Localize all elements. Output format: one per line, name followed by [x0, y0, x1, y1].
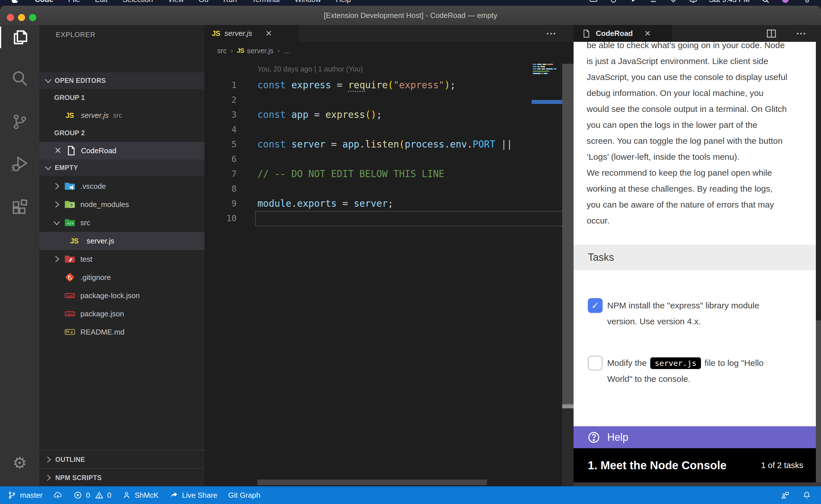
code-line-3[interactable]: const app = express(); [258, 107, 382, 122]
menu-item-terminal[interactable]: Terminal [252, 0, 280, 4]
menu-item-window[interactable]: Window [295, 0, 321, 4]
menu-item-go[interactable]: Go [199, 0, 209, 4]
close-icon[interactable]: ✕ [53, 146, 63, 155]
minimap[interactable] [532, 64, 562, 149]
open-editor-item-CodeRoad[interactable]: ✕CodeRoad [39, 142, 204, 159]
tree-item-test[interactable]: test [39, 250, 204, 268]
tree-item-label: src [80, 218, 90, 227]
webview-scrollbar-thumb[interactable] [816, 42, 821, 320]
breadcrumb-item-server-js[interactable]: JSserver.js [237, 47, 273, 55]
control-center-icon[interactable] [801, 0, 810, 4]
svg-text:npm: npm [66, 294, 73, 298]
tab-close-icon[interactable]: ✕ [266, 29, 272, 38]
code-line-7[interactable]: // -- DO NOT EDIT BELOW THIS LINE [258, 167, 444, 181]
tree-item-src[interactable]: </>src [39, 214, 204, 232]
menu-clock[interactable]: Sat 9:43 PM [709, 0, 750, 4]
play-icon[interactable] [629, 0, 638, 4]
breadcrumb[interactable]: src›JSserver.js›… [204, 42, 291, 60]
minimap-line [533, 64, 553, 65]
menu-item-file[interactable]: File [68, 0, 80, 4]
status-live-share[interactable]: Live Share [169, 491, 217, 500]
lesson-footer[interactable]: 1. Meet the Node Console 1 of 2 tasks [573, 448, 816, 482]
split-editor-icon[interactable] [765, 28, 778, 39]
menu-item-view[interactable]: View [168, 0, 184, 4]
editor-scrollbar-thumb[interactable] [562, 404, 573, 408]
task-checkbox-checked[interactable]: ✓ [588, 298, 602, 313]
eject-icon[interactable] [649, 0, 658, 4]
section-outline[interactable]: OUTLINE [39, 450, 204, 469]
keyboard-icon[interactable] [589, 0, 598, 4]
line-number: 4 [204, 122, 237, 137]
activity-item-run-debug[interactable] [11, 155, 29, 173]
tree-item-package-lock-json[interactable]: npmpackage-lock.json [39, 286, 204, 305]
breadcrumb-item-src[interactable]: src [217, 47, 227, 55]
tree-item-README-md[interactable]: README.md [39, 323, 204, 341]
help-button[interactable]: Help [573, 426, 816, 448]
menu-item-edit[interactable]: Edit [95, 0, 108, 4]
status-label: master [20, 491, 42, 500]
shield-icon[interactable] [609, 0, 618, 4]
activity-item-source-control[interactable] [11, 113, 29, 131]
activity-item-explorer[interactable] [11, 28, 29, 46]
status-warnings[interactable]: 0 [95, 491, 111, 500]
section-open-editors[interactable]: OPEN EDITORS [39, 72, 204, 89]
bell-icon [802, 491, 811, 500]
help-label: Help [607, 431, 628, 443]
settings-gear-icon[interactable]: ⚙ [11, 454, 29, 472]
tab-coderoad[interactable]: CodeRoad ✕ [573, 25, 672, 42]
mic-icon[interactable] [669, 0, 678, 4]
status-notifications[interactable] [802, 491, 811, 500]
breadcrumb-label: server.js [247, 47, 273, 55]
activity-item-extensions[interactable] [11, 198, 29, 217]
line-number: 5 [204, 137, 237, 152]
lesson-text-line: would see the console output in a termin… [587, 101, 787, 117]
tree-item--gitignore[interactable]: .gitignore [39, 268, 204, 286]
status-label: 0 [107, 491, 111, 500]
help-circle-icon [587, 431, 600, 444]
tree-item-server-js[interactable]: JSserver.js [39, 232, 204, 250]
code-line-9[interactable]: module.exports = server; [258, 196, 393, 211]
apple-icon[interactable] [11, 0, 20, 4]
chevron-right-icon [44, 473, 53, 482]
display-icon[interactable] [689, 0, 698, 4]
open-editor-item-server-js[interactable]: JSserver.jssrc [39, 106, 204, 124]
status-git-branch[interactable]: master [7, 491, 42, 500]
tree-item-label: node_modules [80, 200, 129, 209]
minimap-line [533, 66, 545, 67]
horizontal-scrollbar-thumb[interactable] [258, 480, 487, 485]
editor-scrollbar-track-lower [562, 408, 573, 486]
file-icon [66, 145, 77, 156]
status-publish[interactable] [53, 491, 62, 500]
status-git-graph[interactable]: Git Graph [228, 491, 261, 500]
section-empty-folder[interactable]: EMPTY [39, 159, 204, 176]
tab-close-icon[interactable]: ✕ [644, 29, 651, 38]
tree-item--vscode[interactable]: .vscode [39, 177, 204, 195]
minimap-current-line [532, 100, 562, 104]
panel-more-actions-icon[interactable] [795, 28, 807, 39]
breadcrumb-item-more[interactable]: … [284, 47, 291, 55]
status-feedback[interactable] [781, 491, 790, 500]
md-icon [64, 326, 76, 338]
lesson-text-line: screen. You can toggle the log panel wit… [587, 133, 787, 149]
status-errors[interactable]: 0 [73, 491, 90, 500]
menu-item-code[interactable]: Code [35, 0, 53, 4]
section-npm-scripts[interactable]: NPM SCRIPTS [39, 468, 204, 487]
code-line-5[interactable]: const server = app.listen(process.env.PO… [258, 137, 512, 152]
spotlight-icon[interactable] [761, 0, 770, 4]
siri-icon[interactable] [781, 0, 790, 4]
tab-server-js[interactable]: JS server.js ✕ [204, 25, 299, 42]
menu-item-run[interactable]: Run [223, 0, 237, 4]
status-account[interactable]: ShMcK [122, 491, 158, 500]
editor-more-actions-icon[interactable] [544, 28, 558, 39]
activity-item-search[interactable] [11, 69, 29, 88]
minimap-line [533, 68, 556, 69]
lesson-text-line: is just a JavaScript environment. Like c… [587, 53, 787, 69]
task-text-line: World" to the console. [607, 371, 764, 387]
menu-item-selection[interactable]: Selection [122, 0, 153, 4]
menu-item-help[interactable]: Help [336, 0, 351, 4]
task-checkbox-unchecked[interactable] [588, 356, 602, 370]
editor-scrollbar-track[interactable] [562, 64, 573, 404]
tree-item-node_modules[interactable]: JSnode_modules [39, 195, 204, 214]
code-line-1[interactable]: const express = require("express"); [258, 78, 456, 93]
tree-item-package-json[interactable]: npmpackage.json [39, 305, 204, 323]
